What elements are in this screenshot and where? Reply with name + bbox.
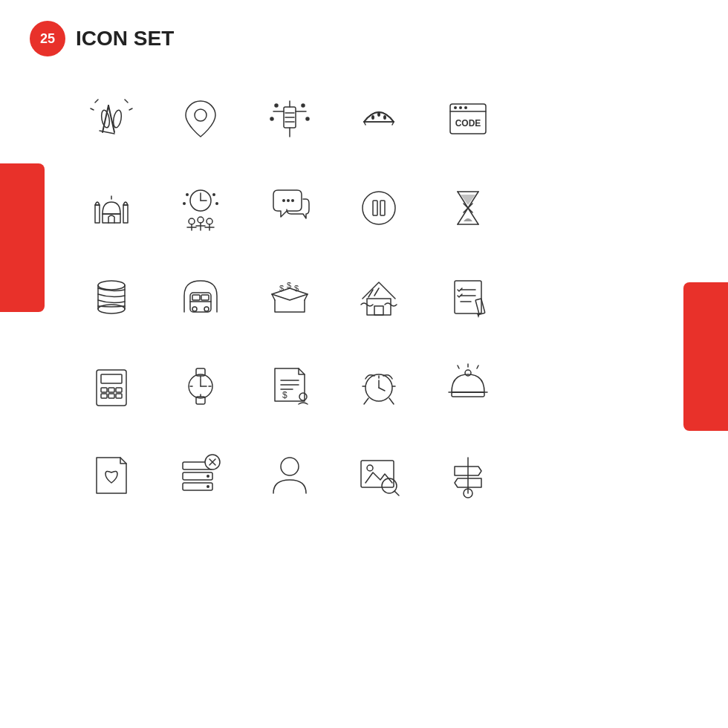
svg-marker-86 (477, 313, 480, 318)
svg-text:$: $ (287, 281, 291, 290)
image-search-icon (342, 438, 416, 513)
svg-text:$: $ (279, 284, 284, 293)
svg-line-7 (91, 108, 94, 110)
svg-point-4 (112, 109, 123, 128)
svg-rect-93 (108, 394, 114, 398)
svg-rect-92 (101, 394, 107, 398)
svg-point-21 (306, 117, 309, 120)
svg-point-20 (270, 117, 273, 120)
svg-point-51 (207, 218, 212, 224)
svg-point-64 (98, 281, 125, 290)
svg-line-0 (103, 105, 108, 132)
svg-rect-89 (101, 388, 107, 392)
left-decoration (0, 163, 45, 312)
fireworks-icon (74, 82, 149, 156)
money-box-icon: $ $ $ (253, 260, 327, 334)
svg-rect-78 (374, 306, 383, 315)
svg-point-48 (198, 217, 204, 223)
alarm-clock-icon (342, 349, 416, 423)
svg-point-31 (459, 106, 462, 109)
svg-point-23 (371, 115, 374, 120)
svg-point-18 (275, 104, 278, 107)
svg-point-41 (186, 193, 189, 196)
svg-point-32 (464, 106, 467, 109)
right-decoration (683, 282, 728, 431)
svg-rect-133 (361, 461, 394, 487)
svg-rect-71 (201, 295, 209, 300)
svg-point-127 (207, 475, 209, 478)
svg-point-128 (207, 485, 209, 488)
svg-rect-77 (367, 299, 391, 315)
svg-line-80 (374, 288, 379, 296)
location-pin-icon (163, 82, 238, 156)
calculator-icon (74, 349, 149, 423)
svg-point-25 (383, 115, 386, 120)
svg-point-9 (195, 109, 207, 121)
svg-line-120 (458, 365, 459, 368)
cloche-icon (431, 349, 505, 423)
svg-point-30 (454, 106, 457, 109)
svg-text:CODE: CODE (455, 118, 481, 129)
page-title: ICON SET (76, 27, 174, 51)
svg-rect-94 (116, 394, 122, 398)
svg-line-136 (394, 491, 399, 495)
svg-point-55 (287, 199, 290, 202)
svg-point-134 (367, 465, 373, 471)
svg-rect-68 (190, 293, 211, 312)
hourglass-icon (431, 171, 505, 245)
thread-spool-icon (74, 260, 149, 334)
svg-point-43 (183, 202, 186, 205)
subway-icon (163, 260, 238, 334)
svg-point-42 (212, 193, 215, 196)
svg-rect-88 (101, 374, 122, 383)
svg-text:$: $ (294, 284, 299, 293)
svg-rect-58 (373, 201, 377, 215)
svg-rect-91 (116, 388, 122, 392)
icon-grid: CODE (74, 82, 505, 513)
watermelon-icon (342, 82, 416, 156)
pause-circle-icon (342, 171, 416, 245)
svg-rect-90 (108, 388, 114, 392)
header: 25 ICON SET (30, 21, 174, 56)
invoice-icon: $ (253, 349, 327, 423)
svg-point-54 (282, 199, 285, 202)
svg-point-24 (377, 112, 380, 117)
svg-rect-85 (475, 299, 485, 314)
svg-point-108 (299, 393, 307, 400)
svg-rect-118 (452, 392, 484, 397)
svg-point-73 (204, 307, 209, 311)
svg-point-72 (192, 307, 197, 311)
svg-point-132 (281, 458, 299, 475)
syringe-icon (253, 82, 327, 156)
svg-line-6 (125, 100, 128, 103)
svg-rect-59 (380, 201, 385, 215)
svg-point-119 (465, 370, 471, 376)
heart-file-icon (74, 438, 149, 513)
code-window-icon: CODE (431, 82, 505, 156)
signpost-icon (431, 438, 505, 513)
server-error-icon (163, 438, 238, 513)
svg-rect-70 (192, 295, 200, 300)
time-management-icon (163, 171, 238, 245)
svg-line-5 (95, 100, 98, 103)
chat-bubbles-icon (253, 171, 327, 245)
svg-line-113 (389, 398, 394, 404)
svg-point-57 (363, 192, 395, 224)
checklist-icon (431, 260, 505, 334)
badge: 25 (30, 21, 65, 56)
svg-point-56 (291, 199, 294, 202)
svg-point-45 (189, 218, 195, 224)
person-icon (253, 438, 327, 513)
svg-rect-36 (123, 205, 128, 223)
svg-line-111 (379, 388, 385, 391)
svg-point-19 (302, 104, 305, 107)
svg-rect-35 (95, 205, 100, 223)
svg-line-112 (364, 398, 368, 404)
house-storm-icon (342, 260, 416, 334)
svg-point-44 (215, 202, 218, 205)
svg-line-122 (477, 365, 478, 368)
svg-line-8 (129, 108, 132, 110)
mosque-icon (74, 171, 149, 245)
watch-icon (163, 349, 238, 423)
svg-text:$: $ (282, 390, 287, 400)
